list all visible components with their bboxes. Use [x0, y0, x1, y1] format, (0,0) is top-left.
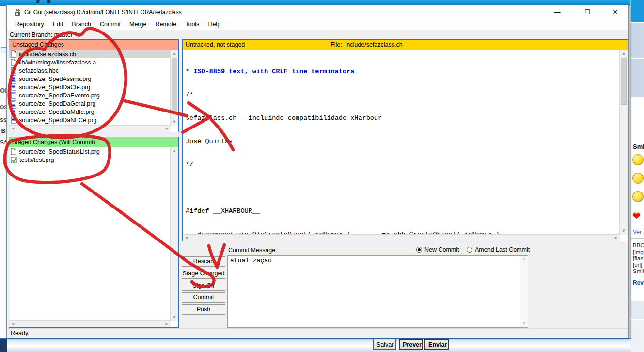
smiley-crying-icon[interactable] — [632, 191, 644, 202]
rescan-button[interactable]: Rescan — [182, 256, 225, 267]
amend-commit-label: Amend Last Commit — [475, 246, 530, 253]
file-row[interactable]: source/ze_SpedDaEvento.prg — [9, 91, 171, 99]
page-fragment-text: Só — [0, 139, 6, 146]
file-row[interactable]: sefazclass.hbc — [9, 66, 171, 75]
page-left-sliver: on os ss B Só — [0, 6, 6, 338]
scroll-left-icon[interactable]: ◄ — [11, 126, 15, 132]
menu-help[interactable]: Help — [204, 21, 225, 28]
scroll-up-icon[interactable]: ▲ — [171, 148, 178, 154]
scrollbar-thumb[interactable] — [621, 58, 627, 105]
sidebar-band — [631, 301, 644, 319]
diff-status-header: Untracked, not staged File: include/sefa… — [183, 40, 628, 50]
window-title: Git Gui (sefazclass) D:/cdrom/FONTES/INT… — [24, 9, 182, 16]
unstaged-vertical-scrollbar[interactable]: ▲ ▼ — [170, 50, 178, 126]
file-row[interactable]: source/ze_SpedDaMdfe.prg — [9, 108, 171, 116]
code-line: sefazclass.ch - incluindo compatibilidad… — [186, 114, 620, 122]
unstaged-file-list[interactable]: include/sefazclass.ch lib/win/mingw/libs… — [9, 50, 171, 126]
scroll-down-icon[interactable]: ▼ — [520, 320, 528, 327]
commit-message-input[interactable]: atualização — [227, 255, 528, 328]
menu-commit[interactable]: Commit — [95, 21, 125, 28]
bbcode-line: BBC — [633, 242, 644, 248]
page-right-sidebar: Smi ❤ Ver BBC [img [flas [url] Smil Rev — [630, 0, 644, 352]
maximize-button[interactable]: ☐ — [576, 5, 598, 19]
page-fragment-text: on — [0, 85, 6, 95]
diff-code-view[interactable]: * ISO-8859 text, with CRLF line terminat… — [183, 50, 620, 235]
commit-button[interactable]: Commit — [182, 292, 225, 303]
site-logo: Clipper On Line — [13, 0, 150, 3]
new-commit-radio[interactable] — [416, 247, 422, 253]
file-modified-icon — [11, 75, 16, 82]
file-name: source/ze_SpedStatusList.prg — [19, 148, 100, 155]
ver-link[interactable]: Ver — [633, 229, 642, 236]
scroll-down-icon[interactable]: ▼ — [171, 314, 178, 320]
enviar-button[interactable]: Enviar — [424, 339, 449, 350]
scroll-up-icon[interactable]: ▲ — [520, 256, 528, 262]
new-commit-label: New Commit — [424, 246, 459, 253]
sign-off-button[interactable]: Sign Off — [182, 281, 225, 291]
amend-commit-radio[interactable] — [467, 247, 472, 253]
file-staged-check-icon — [11, 156, 17, 163]
scroll-down-icon[interactable]: ▼ — [171, 119, 178, 125]
file-modified-icon — [11, 83, 16, 91]
file-name: lib/win/mingw/libsefazclass.a — [19, 59, 96, 66]
scrollbar-thumb[interactable] — [172, 58, 177, 112]
prever-button[interactable]: Prever — [399, 339, 423, 350]
file-row[interactable]: include/sefazclass.ch — [9, 50, 171, 58]
diff-vertical-scrollbar[interactable]: ▲ ▼ — [619, 50, 628, 235]
file-name: source/ze_SpedDaNFCe.prg — [19, 117, 97, 124]
staged-horizontal-scrollbar[interactable]: ◄ ► — [9, 320, 171, 327]
scroll-up-icon[interactable]: ▲ — [171, 50, 178, 57]
file-row[interactable]: tests/test.prg — [9, 156, 171, 164]
scroll-up-icon[interactable]: ▲ — [620, 50, 628, 57]
scroll-down-icon[interactable]: ▼ — [620, 228, 628, 234]
commit-radio-group: New Commit Amend Last Commit — [416, 246, 530, 253]
page-fragment-text: ss — [0, 116, 6, 123]
file-row[interactable]: source/ze_SpedDaCte.prg — [9, 83, 171, 91]
menu-repository[interactable]: Repository — [11, 21, 48, 28]
file-row[interactable]: source/ze_SpedStatusList.prg — [9, 147, 171, 156]
scroll-right-icon[interactable]: ► — [614, 235, 618, 241]
heart-flame-icon[interactable]: ❤ — [632, 210, 641, 222]
staged-vertical-scrollbar[interactable]: ▲ ▼ — [170, 147, 178, 321]
unstaged-horizontal-scrollbar[interactable]: ◄ ► — [9, 125, 171, 132]
review-label: Rev — [633, 279, 644, 286]
file-untracked-icon — [11, 59, 16, 66]
scroll-right-icon[interactable]: ► — [165, 126, 169, 132]
file-row[interactable]: source/ze_SpedDaGeral.prg — [9, 99, 171, 108]
commit-message-scrollbar[interactable]: ▲ ▼ — [520, 256, 528, 327]
sidebar-band — [631, 23, 644, 58]
page-fragment-text: os — [0, 103, 6, 111]
file-row[interactable]: lib/win/mingw/libsefazclass.a — [9, 58, 171, 66]
unstaged-header: Unstaged Changes — [9, 40, 178, 50]
file-label-text: File: — [330, 41, 342, 48]
smiley-icon[interactable] — [632, 154, 644, 165]
smiley-icon[interactable] — [632, 173, 644, 184]
minimize-button[interactable]: — — [546, 5, 568, 19]
push-button[interactable]: Push — [182, 304, 225, 315]
file-name: source/ze_SpedDaMdfe.prg — [19, 109, 94, 115]
file-row[interactable]: source/ze_SpedAssina.prg — [9, 75, 171, 83]
menu-merge[interactable]: Merge — [125, 21, 151, 28]
menu-remote[interactable]: Remote — [151, 21, 181, 28]
divider — [631, 238, 644, 239]
file-row[interactable]: source/ze_SpedDaNFCe.prg — [9, 116, 171, 124]
code-line: */ — [186, 161, 620, 169]
diff-horizontal-scrollbar[interactable]: ◄ ► — [183, 234, 620, 241]
file-name: source/ze_SpedDaEvento.prg — [19, 92, 100, 99]
title-bar[interactable]: Git Gui (sefazclass) D:/cdrom/FONTES/INT… — [7, 5, 628, 19]
code-line: * ISO-8859 text, with CRLF line terminat… — [186, 68, 620, 76]
page-footer-strip — [0, 338, 631, 352]
scroll-left-icon[interactable]: ◄ — [184, 235, 188, 241]
bbcode-line: Smil — [633, 268, 644, 274]
menu-tools[interactable]: Tools — [181, 21, 204, 28]
scroll-right-icon[interactable]: ► — [165, 321, 169, 327]
scroll-left-icon[interactable]: ◄ — [11, 321, 15, 327]
salvar-button[interactable]: Salvar — [373, 339, 396, 350]
current-branch-label: Current Branch: master — [7, 30, 628, 39]
close-button[interactable]: ✕ — [604, 5, 627, 19]
menu-edit[interactable]: Edit — [48, 21, 68, 28]
bold-toolbar-button[interactable]: B — [0, 128, 6, 135]
menu-branch[interactable]: Branch — [67, 21, 95, 28]
stage-changed-button[interactable]: Stage Changed — [182, 269, 225, 279]
staged-file-list[interactable]: source/ze_SpedStatusList.prg tests/test.… — [9, 147, 171, 321]
